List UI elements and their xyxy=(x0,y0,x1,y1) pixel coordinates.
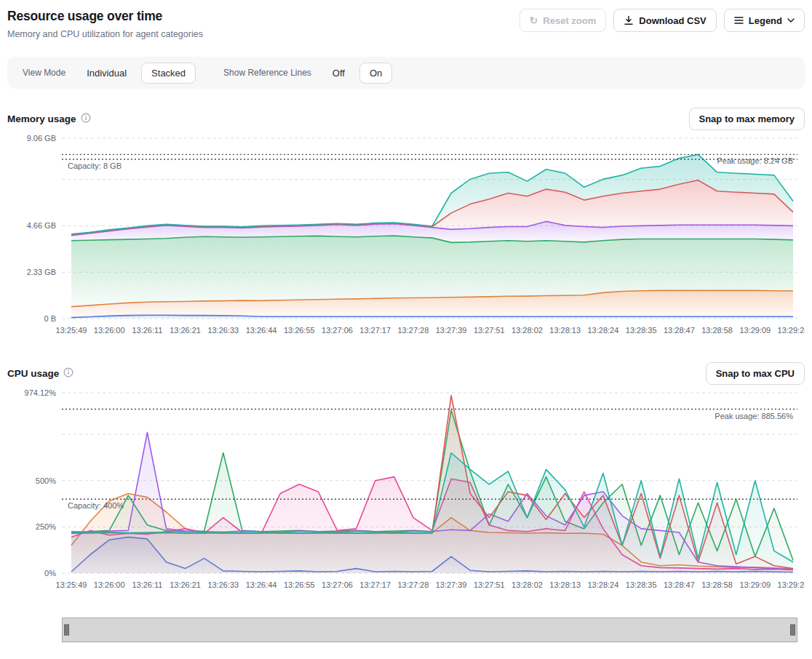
y-axis-tick-label: 4.66 GB xyxy=(27,221,56,230)
x-axis-tick-label: 13:28:58 xyxy=(701,326,733,335)
x-axis-tick-label: 13:28:35 xyxy=(626,580,657,589)
x-axis-tick-label: 13:26:00 xyxy=(94,580,125,589)
x-axis-tick-label: 13:27:39 xyxy=(436,326,467,335)
time-range-scrollbar[interactable] xyxy=(62,618,797,642)
x-axis-tick-label: 13:27:51 xyxy=(474,326,505,335)
series-teal-area xyxy=(71,453,793,574)
memory-usage-chart[interactable]: 9.06 GB4.66 GB2.33 GB0 BCapacity: 8 GBPe… xyxy=(7,132,805,343)
x-axis-tick-label: 13:27:39 xyxy=(436,580,467,589)
x-axis-tick-label: 13:28:24 xyxy=(587,326,618,335)
x-axis-tick-label: 13:28:02 xyxy=(512,580,543,589)
x-axis-tick-label: 13:29:09 xyxy=(739,580,771,589)
view-mode-stacked-option[interactable]: Stacked xyxy=(141,63,196,84)
header-text: Resource usage over time Memory and CPU … xyxy=(7,6,203,39)
dashboard-page: Resource usage over time Memory and CPU … xyxy=(0,0,812,648)
download-icon xyxy=(624,15,634,25)
download-csv-label: Download CSV xyxy=(639,15,706,26)
x-axis-tick-label: 13:28:58 xyxy=(701,580,733,589)
x-axis-tick-label: 13:26:21 xyxy=(170,326,201,335)
download-csv-button[interactable]: Download CSV xyxy=(613,9,716,32)
header-actions: ↻ Reset zoom Download CSV Legend xyxy=(520,6,805,32)
reference-line-label: Peak usage: 885.56% xyxy=(715,412,793,420)
y-axis-tick-label: 500% xyxy=(36,476,56,485)
cpu-usage-title-text: CPU usage xyxy=(7,368,59,379)
reference-lines-label: Show Reference Lines xyxy=(223,68,311,78)
x-axis-tick-label: 13:26:44 xyxy=(246,326,277,335)
x-axis-tick-label: 13:27:17 xyxy=(359,580,391,589)
x-axis-tick-label: 13:26:11 xyxy=(132,326,162,335)
y-axis-tick-label: 0% xyxy=(44,569,56,578)
page-title: Resource usage over time xyxy=(7,9,203,24)
brush-handle-right[interactable] xyxy=(790,625,795,636)
y-axis-tick-label: 2.33 GB xyxy=(27,268,56,276)
x-axis-tick-label: 13:28:13 xyxy=(549,580,581,589)
reference-line-label: Peak usage: 8.24 GB xyxy=(717,156,793,165)
x-axis-tick-label: 13:26:44 xyxy=(246,580,277,589)
x-axis-tick-label: 13:26:55 xyxy=(284,326,315,335)
page-header: Resource usage over time Memory and CPU … xyxy=(7,6,805,39)
memory-usage-title: Memory usage xyxy=(7,113,91,125)
x-axis-tick-label: 13:27:51 xyxy=(474,580,505,589)
info-icon[interactable] xyxy=(63,367,73,380)
x-axis-tick-label: 13:28:47 xyxy=(664,580,695,589)
snap-to-max-cpu-button[interactable]: Snap to max CPU xyxy=(706,362,805,385)
y-axis-tick-label: 9.06 GB xyxy=(27,134,56,143)
x-axis-tick-label: 13:28:13 xyxy=(549,326,581,335)
x-axis-tick-label: 13:25:49 xyxy=(56,580,87,589)
x-axis-tick-label: 13:27:06 xyxy=(322,326,353,335)
view-mode-individual-option[interactable]: Individual xyxy=(76,63,137,84)
y-axis-tick-label: 974.12% xyxy=(25,388,57,397)
reference-lines-on-option[interactable]: On xyxy=(359,63,392,84)
x-axis-tick-label: 13:28:02 xyxy=(512,326,543,335)
page-subtitle: Memory and CPU utilization for agent cat… xyxy=(7,29,203,39)
reset-zoom-button[interactable]: ↻ Reset zoom xyxy=(520,9,607,32)
memory-usage-title-text: Memory usage xyxy=(7,113,76,124)
y-axis-tick-label: 0 B xyxy=(44,314,56,323)
cpu-section-header: CPU usage Snap to max CPU xyxy=(7,362,805,386)
x-axis-tick-label: 13:27:17 xyxy=(359,326,391,335)
x-axis-tick-label: 13:28:24 xyxy=(587,580,618,589)
reference-lines-off-option[interactable]: Off xyxy=(322,63,355,84)
reference-line-label: Capacity: 8 GB xyxy=(68,161,122,170)
x-axis-tick-label: 13:26:00 xyxy=(94,326,125,335)
legend-button[interactable]: Legend xyxy=(724,9,805,32)
x-axis-tick-label: 13:27:28 xyxy=(397,580,429,589)
x-axis-tick-label: 13:29:24 xyxy=(778,326,805,335)
reset-zoom-label: Reset zoom xyxy=(543,15,596,26)
x-axis-tick-label: 13:26:11 xyxy=(132,580,162,589)
snap-to-max-memory-button[interactable]: Snap to max memory xyxy=(689,108,805,130)
info-icon[interactable] xyxy=(81,113,91,125)
view-mode-label: View Mode xyxy=(23,68,65,78)
cpu-usage-chart[interactable]: 974.12%500%250%0%Peak usage: 885.56%Capa… xyxy=(7,387,805,598)
x-axis-tick-label: 13:26:33 xyxy=(207,326,239,335)
x-axis-tick-label: 13:28:47 xyxy=(664,326,695,335)
x-axis-tick-label: 13:29:09 xyxy=(739,326,771,335)
reference-line-label: Capacity: 400% xyxy=(68,501,124,510)
legend-label: Legend xyxy=(749,15,782,26)
x-axis-tick-label: 13:27:28 xyxy=(397,326,429,335)
chart-options-toolbar: View Mode Individual Stacked Show Refere… xyxy=(7,57,805,89)
x-axis-tick-label: 13:26:21 xyxy=(170,580,201,589)
x-axis-tick-label: 13:29:24 xyxy=(778,580,805,589)
memory-section-header: Memory usage Snap to max memory xyxy=(7,107,805,131)
brush-handle-left[interactable] xyxy=(64,625,69,636)
chevron-down-icon xyxy=(787,18,795,23)
x-axis-tick-label: 13:26:55 xyxy=(284,580,315,589)
x-axis-tick-label: 13:25:49 xyxy=(56,326,87,335)
y-axis-tick-label: 250% xyxy=(36,522,56,531)
legend-list-icon xyxy=(734,16,744,25)
x-axis-tick-label: 13:27:06 xyxy=(322,580,353,589)
x-axis-tick-label: 13:28:35 xyxy=(626,326,657,335)
cpu-usage-title: CPU usage xyxy=(7,367,73,380)
x-axis-tick-label: 13:26:33 xyxy=(207,580,239,589)
